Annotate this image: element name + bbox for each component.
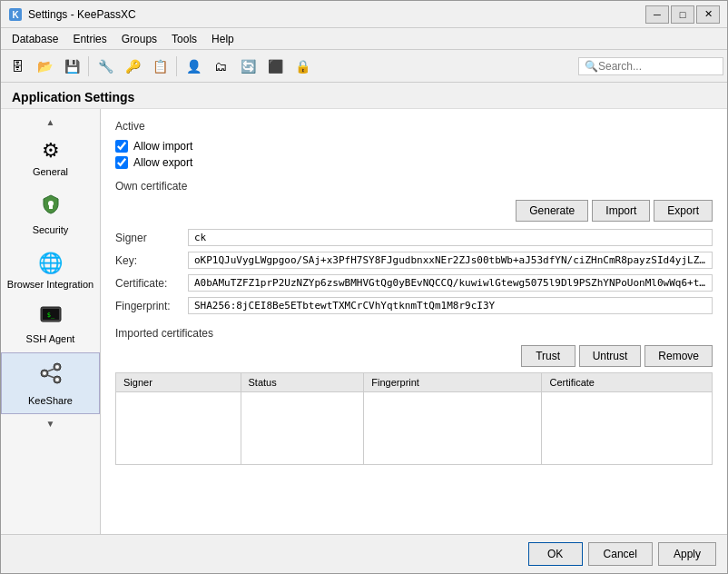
sidebar-item-browser-label: Browser Integration [7, 279, 93, 290]
sidebar-item-keeshare[interactable]: KeeShare [1, 352, 100, 414]
main-content: ▲ ⚙ General Security [1, 109, 727, 534]
toolbar-sep-2 [176, 56, 177, 76]
toolbar-lock[interactable]: 🔒 [290, 54, 315, 79]
imported-cert-title: Imported certificates [115, 327, 713, 340]
allow-export-checkbox[interactable] [115, 156, 128, 169]
generate-button[interactable]: Generate [516, 200, 588, 222]
svg-line-13 [47, 369, 54, 371]
table-cell [241, 392, 364, 465]
app-window: K Settings - KeePassXC ─ □ ✕ Database En… [0, 0, 728, 574]
toolbar-group[interactable]: 🗂 [208, 54, 233, 79]
sidebar-item-security[interactable]: Security [1, 185, 100, 243]
scroll-up-icon: ▲ [46, 117, 55, 127]
svg-rect-3 [49, 205, 53, 209]
toolbar-settings[interactable]: 🔧 [93, 54, 118, 79]
trust-button[interactable]: Trust [521, 345, 576, 367]
imported-cert-table: Signer Status Fingerprint Certificate [115, 372, 713, 465]
sidebar-item-general[interactable]: ⚙ General [1, 131, 100, 185]
fingerprint-label: Fingerprint: [115, 300, 188, 312]
key-row: Key: oKP1QJuVygLWgpgoo/SAj+x3PfH7SY8FJgu… [115, 252, 713, 269]
col-certificate: Certificate [542, 373, 713, 392]
toolbar-keeshare[interactable]: ⬛ [262, 54, 288, 79]
footer: OK Cancel Apply [1, 534, 727, 573]
imported-cert-section: Imported certificates Trust Untrust Remo… [115, 327, 713, 465]
menu-entries[interactable]: Entries [65, 31, 113, 47]
toolbar-copy[interactable]: 📋 [147, 54, 172, 79]
certificate-row: Certificate: A0bAMuTZFZ1prP2UzNZYp6zswBM… [115, 274, 713, 292]
apply-button[interactable]: Apply [658, 542, 716, 566]
key-label: Key: [115, 254, 188, 267]
toolbar-sep-1 [88, 56, 89, 76]
sidebar: ▲ ⚙ General Security [1, 109, 101, 534]
scroll-down-icon: ▼ [46, 419, 55, 429]
minimize-button[interactable]: ─ [645, 5, 669, 24]
allow-import-row: Allow import [115, 140, 713, 153]
title-bar: K Settings - KeePassXC ─ □ ✕ [1, 1, 727, 28]
toolbar-new-db[interactable]: 🗄 [5, 54, 30, 79]
active-label: Active [115, 120, 713, 133]
toolbar-passwd[interactable]: 🔑 [120, 54, 145, 79]
title-bar-left: K Settings - KeePassXC [8, 7, 136, 22]
menu-tools[interactable]: Tools [164, 31, 204, 47]
svg-text:$_: $_ [46, 312, 54, 319]
app-icon: K [8, 7, 23, 22]
menu-help[interactable]: Help [204, 31, 241, 47]
title-bar-controls: ─ □ ✕ [645, 5, 720, 24]
svg-text:K: K [12, 10, 19, 20]
svg-point-10 [55, 365, 59, 369]
import-button[interactable]: Import [592, 200, 650, 222]
page-title: Application Settings [1, 83, 727, 109]
sidebar-item-ssh-label: SSH Agent [26, 333, 75, 344]
window-title: Settings - KeePassXC [28, 8, 136, 21]
allow-export-row: Allow export [115, 156, 713, 169]
certificate-value: A0bAMuTZFZ1prP2UzNZYp6zswBMHVGtQg0yBEvNQ… [188, 274, 713, 292]
remove-button[interactable]: Remove [644, 345, 713, 367]
signer-label: Signer [115, 232, 188, 244]
svg-line-14 [47, 375, 54, 378]
allow-export-label[interactable]: Allow export [133, 156, 192, 169]
table-cell [364, 392, 542, 465]
table-cell [116, 392, 241, 465]
search-icon: 🔍 [585, 60, 598, 73]
toolbar-open[interactable]: 📂 [32, 54, 57, 79]
own-cert-title: Own certificate [115, 180, 713, 193]
search-input[interactable] [598, 60, 717, 73]
imported-action-buttons: Trust Untrust Remove [115, 345, 713, 367]
cancel-button[interactable]: Cancel [588, 542, 653, 566]
menu-bar: Database Entries Groups Tools Help [1, 28, 727, 50]
security-icon [40, 193, 62, 221]
cert-action-buttons: Generate Import Export [115, 200, 713, 222]
general-icon: ⚙ [42, 139, 60, 163]
svg-point-8 [43, 371, 46, 375]
keeshare-icon [38, 361, 64, 391]
sidebar-item-security-label: Security [33, 224, 69, 235]
ok-button[interactable]: OK [528, 542, 583, 566]
content-area: Active Allow import Allow export Own cer… [101, 109, 727, 534]
sidebar-item-ssh-agent[interactable]: $_ SSH Agent [1, 298, 100, 352]
close-button[interactable]: ✕ [696, 5, 720, 24]
svg-point-12 [55, 378, 59, 381]
allow-import-label[interactable]: Allow import [133, 140, 192, 153]
own-certificate-section: Own certificate Generate Import Export S… [115, 180, 713, 314]
menu-database[interactable]: Database [5, 31, 65, 47]
sidebar-scroll-up[interactable]: ▲ [1, 113, 100, 131]
allow-import-checkbox[interactable] [115, 140, 128, 153]
col-status: Status [241, 373, 364, 392]
toolbar-user[interactable]: 👤 [181, 54, 206, 79]
sidebar-item-browser-integration[interactable]: 🌐 Browser Integration [1, 243, 100, 298]
toolbar-save[interactable]: 💾 [59, 54, 84, 79]
untrust-button[interactable]: Untrust [579, 345, 642, 367]
ssh-icon: $_ [40, 306, 62, 330]
signer-value: ck [188, 229, 713, 246]
certificate-label: Certificate: [115, 277, 188, 290]
toolbar-search-container: 🔍 [578, 57, 723, 75]
toolbar-sync[interactable]: 🔄 [235, 54, 261, 79]
maximize-button[interactable]: □ [671, 5, 694, 24]
fingerprint-row: Fingerprint: SHA256:8jCEI8Be5ETbtewtTXMC… [115, 297, 713, 314]
sidebar-scroll-down[interactable]: ▼ [1, 414, 100, 432]
export-button[interactable]: Export [654, 200, 713, 222]
menu-groups[interactable]: Groups [114, 31, 164, 47]
table-row [116, 392, 713, 465]
col-signer: Signer [116, 373, 241, 392]
signer-row: Signer ck [115, 229, 713, 246]
